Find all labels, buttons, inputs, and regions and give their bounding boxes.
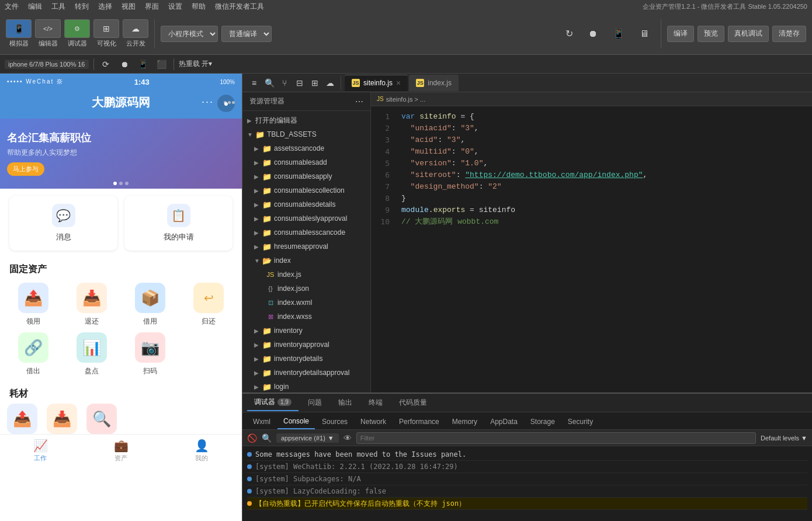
menu-interface[interactable]: 界面 <box>145 2 159 12</box>
folder-index[interactable]: ▼ 📂 index <box>242 253 370 268</box>
folder-hresumeapproval[interactable]: ▶ 📁 hresumeapproval <box>242 239 370 253</box>
sub-tab-storage[interactable]: Storage <box>525 414 561 429</box>
menu-file[interactable]: 文件 <box>5 2 19 12</box>
folder-consumablesapply[interactable]: ▶ 📁 consumablesapply <box>242 169 370 183</box>
multiview-tool[interactable]: ⊞ 可视化 <box>93 19 119 48</box>
camera-button[interactable]: ● <box>217 95 235 112</box>
dt-tab-terminal[interactable]: 终端 <box>362 395 390 411</box>
levels-select[interactable]: Default levels ▼ <box>761 435 807 442</box>
record-icon[interactable]: ⏺ <box>117 57 131 71</box>
dt-tab-debugger[interactable]: 调试器 1,9 <box>247 395 299 411</box>
dots-button[interactable]: ··· <box>202 96 214 108</box>
search-icon[interactable]: 🔍 <box>262 76 276 90</box>
return-item[interactable]: 📥 退还 <box>65 283 118 327</box>
cloud-tool[interactable]: ☁ 云开发 <box>123 19 148 48</box>
banner-btn[interactable]: 马上参与 <box>7 162 44 176</box>
editor-tool[interactable]: </> 编辑器 <box>35 19 61 48</box>
file-indexjs[interactable]: JS index.js <box>242 268 370 282</box>
console-clear-button[interactable]: 🚫 <box>247 433 257 443</box>
root-folder-item[interactable]: ▼ 📁 TBLD_ASSETS <box>242 127 370 141</box>
sub-tab-performance[interactable]: Performance <box>393 414 445 429</box>
console-filter-input[interactable] <box>356 432 756 444</box>
simulator-tool[interactable]: 📱 模拟器 <box>6 19 32 48</box>
folder-consumablesscancode[interactable]: ▶ 📁 consumablesscancode <box>242 225 370 239</box>
menu-select[interactable]: 选择 <box>98 2 112 12</box>
folder-consumablesadd[interactable]: ▶ 📁 consumablesadd <box>242 155 370 169</box>
inventory-item[interactable]: 📊 盘点 <box>65 332 118 376</box>
sub-tab-network[interactable]: Network <box>355 414 392 429</box>
cloud2-icon[interactable]: ☁ <box>323 76 337 90</box>
menu-view[interactable]: 视图 <box>122 2 136 12</box>
code-body[interactable]: var siteinfo = { "uniacid": "3", "acid":… <box>394 106 812 393</box>
clear-btn[interactable]: 清楚存 <box>772 26 806 42</box>
new-file-icon[interactable]: ⋯ <box>355 97 363 106</box>
phone-icon[interactable]: 📱 <box>136 57 150 71</box>
debugger-button[interactable]: ⚙ <box>64 19 90 38</box>
console-eye-button[interactable]: 👁 <box>343 433 352 443</box>
folder-consumablescollection[interactable]: ▶ 📁 consumablescollection <box>242 183 370 197</box>
menu-wechat[interactable]: 微信开发者工具 <box>215 2 264 12</box>
record-button[interactable]: ⏺ <box>582 26 603 42</box>
file-indexwxml[interactable]: ⊡ index.wxml <box>242 296 370 310</box>
sub-tab-console[interactable]: Console <box>277 414 315 429</box>
folder-login[interactable]: ▶ 📁 login <box>242 380 370 393</box>
lendout-item[interactable]: 🔗 借出 <box>7 332 60 376</box>
sub-tab-security[interactable]: Security <box>562 414 599 429</box>
debugger-tool[interactable]: ⚙ 调试器 <box>64 19 90 48</box>
folder-consumablesdetails[interactable]: ▶ 📁 consumablesdetails <box>242 197 370 211</box>
preview-btn[interactable]: 预览 <box>698 26 724 42</box>
sub-tab-wxml[interactable]: Wxml <box>247 414 276 429</box>
menu-tools[interactable]: 工具 <box>51 2 65 12</box>
console-filter-button[interactable]: 🔍 <box>262 433 272 443</box>
multiview-button[interactable]: ⊞ <box>93 19 119 38</box>
dt-tab-output[interactable]: 输出 <box>331 395 359 411</box>
refresh-button[interactable]: ↻ <box>560 26 579 42</box>
receive-item[interactable]: 📤 领用 <box>7 283 60 327</box>
editor-button[interactable]: </> <box>35 19 61 38</box>
tab-bar-left-icon[interactable]: ≡ <box>247 76 261 90</box>
message-quick-item[interactable]: 💬 消息 <box>9 196 117 251</box>
menu-help[interactable]: 帮助 <box>192 2 206 12</box>
tab-siteinfo[interactable]: JS siteinfo.js × <box>345 75 408 91</box>
menu-edit[interactable]: 编辑 <box>28 2 42 12</box>
editor-content[interactable]: 12345 678910 var siteinfo = { "uniacid":… <box>371 106 812 393</box>
mode-select[interactable]: 小程序模式 <box>161 26 218 42</box>
nav-mine[interactable]: 👤 我的 <box>161 435 242 467</box>
cloud-button[interactable]: ☁ <box>123 19 148 38</box>
dt-tab-issues[interactable]: 问题 <box>301 395 329 411</box>
simulator-button[interactable]: 📱 <box>6 19 32 38</box>
real-debug-btn[interactable]: 真机调试 <box>728 26 769 42</box>
sub-tab-appdata[interactable]: AppData <box>484 414 523 429</box>
c-icon1[interactable]: 📤 <box>7 404 37 434</box>
menu-settings[interactable]: 设置 <box>168 2 182 12</box>
folder-inventoryapproval[interactable]: ▶ 📁 inventoryapproval <box>242 338 370 352</box>
compile-btn[interactable]: 编译 <box>667 26 694 42</box>
rotate-icon[interactable]: ⟳ <box>99 57 113 71</box>
tab-siteinfo-close[interactable]: × <box>396 78 401 88</box>
open-editors-item[interactable]: ▶ 打开的编辑器 <box>242 113 370 127</box>
folder-inventory[interactable]: ▶ 📁 inventory <box>242 324 370 338</box>
screen-icon[interactable]: ⬛ <box>155 57 169 71</box>
service-selector[interactable]: appservice (#1) ▼ <box>276 433 339 443</box>
tab-indexjs[interactable]: JS index.js <box>409 75 459 91</box>
myapply-quick-item[interactable]: 📋 我的申请 <box>124 196 233 251</box>
split-icon[interactable]: ⊟ <box>293 76 307 90</box>
compile-select[interactable]: 普通编译 <box>221 26 272 42</box>
sub-tab-sources[interactable]: Sources <box>316 414 353 429</box>
phone-button[interactable]: 📱 <box>607 26 630 42</box>
menu-goto[interactable]: 转到 <box>75 2 89 12</box>
borrow-item[interactable]: 📦 借用 <box>124 283 176 327</box>
folder-consumableslyapproval[interactable]: ▶ 📁 consumableslyapproval <box>242 211 370 225</box>
screen-button[interactable]: 🖥 <box>634 26 655 42</box>
nav-work[interactable]: 📈 工作 <box>0 435 81 467</box>
split2-icon[interactable]: ⊞ <box>308 76 322 90</box>
return2-item[interactable]: ↩ 归还 <box>182 283 235 327</box>
c-icon3[interactable]: 🔍 <box>86 404 117 434</box>
file-indexjson[interactable]: {} index.json <box>242 282 370 296</box>
c-icon2[interactable]: 📥 <box>47 404 77 434</box>
hot-reload[interactable]: 热重载 开▾ <box>179 59 212 69</box>
nav-assets[interactable]: 💼 资产 <box>81 435 161 467</box>
file-indexwxss[interactable]: ⊠ index.wxss <box>242 310 370 324</box>
folder-inventorydetails[interactable]: ▶ 📁 inventorydetails <box>242 352 370 366</box>
source-control-icon[interactable]: ⑂ <box>277 76 292 90</box>
